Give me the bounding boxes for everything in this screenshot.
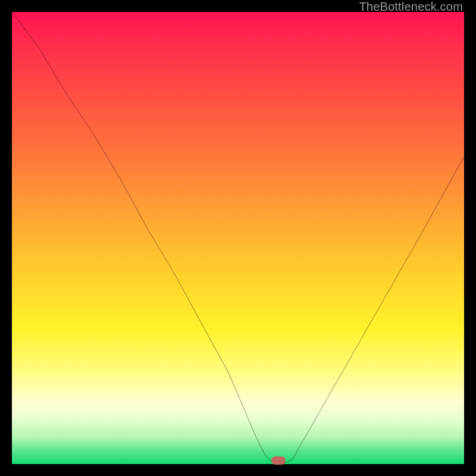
plot-area (12, 12, 464, 464)
bottleneck-curve (12, 12, 464, 464)
curve-path (12, 12, 464, 464)
chart-frame: TheBottleneck.com (0, 0, 476, 476)
optimum-marker (271, 456, 286, 465)
